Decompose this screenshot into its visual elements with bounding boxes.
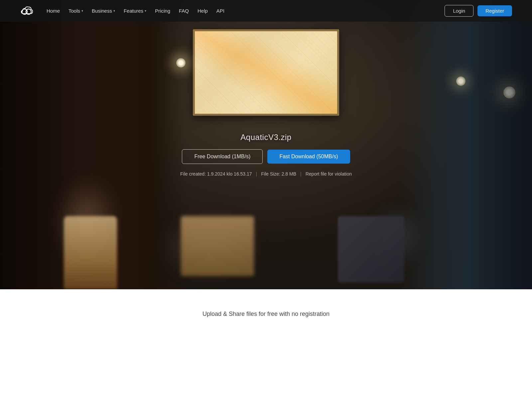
nav-faq[interactable]: FAQ <box>176 6 192 16</box>
nav-business[interactable]: Business ▾ <box>88 6 118 16</box>
download-buttons: Free Download (1MB/s) Fast Download (50M… <box>182 149 350 164</box>
report-violation-link[interactable]: Report file for violation <box>306 171 352 177</box>
separator-2: | <box>300 171 302 177</box>
lamp-right-icon <box>456 76 466 86</box>
free-download-button[interactable]: Free Download (1MB/s) <box>182 149 263 164</box>
navbar: Home Tools ▾ Business ▾ Features ▾ Prici… <box>0 0 532 22</box>
nav-home[interactable]: Home <box>43 6 63 16</box>
nav-links: Home Tools ▾ Business ▾ Features ▾ Prici… <box>43 6 445 16</box>
nav-tools[interactable]: Tools ▾ <box>65 6 86 16</box>
login-button[interactable]: Login <box>445 5 473 17</box>
nav-help[interactable]: Help <box>194 6 211 16</box>
below-fold-text: Upload & Share files for free with no re… <box>202 309 330 319</box>
lamp-right-large-icon <box>503 86 515 98</box>
hero-artwork <box>193 29 339 116</box>
logo[interactable] <box>20 4 33 18</box>
navbar-actions: Login Register <box>445 5 512 17</box>
file-meta: File created: 1.9.2024 klo 16.53.17 | Fi… <box>180 171 352 177</box>
below-fold-section: Upload & Share files for free with no re… <box>0 289 532 399</box>
register-button[interactable]: Register <box>477 5 512 16</box>
lamp-left-icon <box>176 58 186 67</box>
nav-features[interactable]: Features ▾ <box>120 6 150 16</box>
fast-download-button[interactable]: Fast Download (50MB/s) <box>267 150 350 164</box>
business-chevron-icon: ▾ <box>113 9 115 13</box>
file-size: File Size: 2.8 MB <box>261 171 296 177</box>
separator-1: | <box>256 171 257 177</box>
nav-pricing[interactable]: Pricing <box>152 6 174 16</box>
nav-api[interactable]: API <box>213 6 228 16</box>
tools-chevron-icon: ▾ <box>81 9 83 13</box>
file-created: File created: 1.9.2024 klo 16.53.17 <box>180 171 252 177</box>
hero-section: AquaticV3.zip Free Download (1MB/s) Fast… <box>0 0 532 289</box>
features-chevron-icon: ▾ <box>145 9 146 13</box>
hero-content: AquaticV3.zip Free Download (1MB/s) Fast… <box>180 133 352 177</box>
file-title: AquaticV3.zip <box>240 133 291 142</box>
